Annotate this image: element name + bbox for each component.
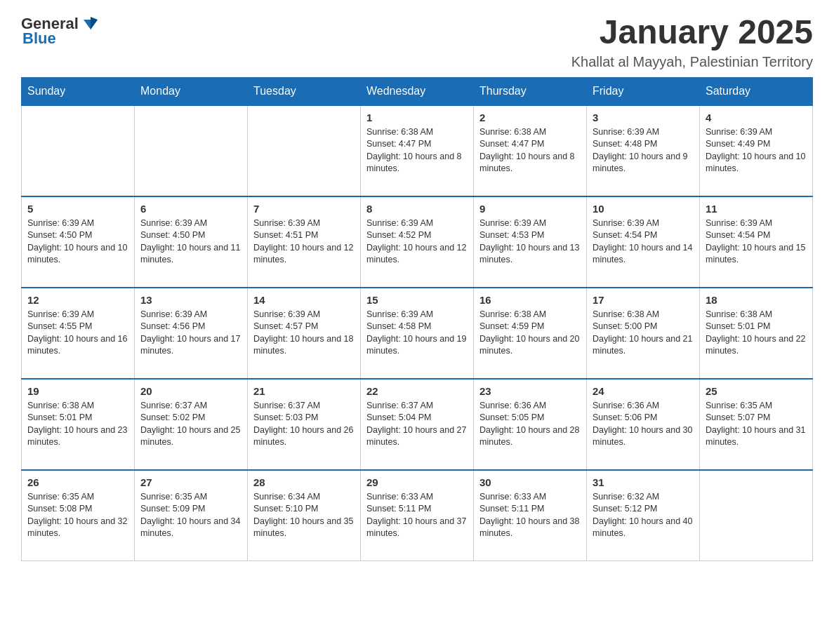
calendar-cell: 2Sunrise: 6:38 AMSunset: 4:47 PMDaylight…: [474, 105, 587, 196]
calendar-cell: 31Sunrise: 6:32 AMSunset: 5:12 PMDayligh…: [587, 470, 700, 561]
day-info: Sunrise: 6:39 AMSunset: 4:50 PMDaylight:…: [140, 217, 241, 267]
calendar-week-2: 12Sunrise: 6:39 AMSunset: 4:55 PMDayligh…: [22, 288, 813, 379]
day-info: Sunrise: 6:32 AMSunset: 5:12 PMDaylight:…: [593, 491, 694, 540]
weekday-header-sunday: Sunday: [22, 77, 135, 105]
day-number: 4: [706, 112, 807, 123]
day-info: Sunrise: 6:39 AMSunset: 4:55 PMDaylight:…: [27, 309, 128, 358]
day-info: Sunrise: 6:35 AMSunset: 5:09 PMDaylight:…: [140, 491, 241, 540]
title-section: January 2025 Khallat al Mayyah, Palestin…: [571, 14, 813, 70]
day-number: 2: [479, 112, 581, 123]
calendar-cell: 27Sunrise: 6:35 AMSunset: 5:09 PMDayligh…: [135, 470, 248, 561]
day-info: Sunrise: 6:38 AMSunset: 4:59 PMDaylight:…: [479, 309, 581, 358]
day-number: 26: [27, 476, 128, 488]
day-number: 20: [140, 385, 241, 397]
calendar-cell: 7Sunrise: 6:39 AMSunset: 4:51 PMDaylight…: [248, 196, 361, 288]
calendar-cell: 22Sunrise: 6:37 AMSunset: 5:04 PMDayligh…: [361, 379, 474, 470]
day-number: 9: [479, 203, 581, 215]
day-info: Sunrise: 6:37 AMSunset: 5:02 PMDaylight:…: [140, 400, 241, 449]
calendar-cell: 20Sunrise: 6:37 AMSunset: 5:02 PMDayligh…: [135, 379, 248, 470]
weekday-header-wednesday: Wednesday: [361, 77, 474, 105]
day-info: Sunrise: 6:37 AMSunset: 5:04 PMDaylight:…: [366, 400, 468, 449]
calendar-week-4: 26Sunrise: 6:35 AMSunset: 5:08 PMDayligh…: [22, 470, 813, 561]
calendar-cell: 24Sunrise: 6:36 AMSunset: 5:06 PMDayligh…: [587, 379, 700, 470]
day-info: Sunrise: 6:36 AMSunset: 5:05 PMDaylight:…: [479, 400, 581, 449]
calendar-cell: 9Sunrise: 6:39 AMSunset: 4:53 PMDaylight…: [474, 196, 587, 288]
svg-marker-1: [91, 17, 98, 29]
day-number: 15: [366, 294, 468, 306]
day-number: 13: [140, 294, 241, 306]
calendar-table: SundayMondayTuesdayWednesdayThursdayFrid…: [21, 77, 813, 562]
day-number: 12: [27, 294, 128, 306]
day-number: 10: [593, 203, 694, 215]
day-info: Sunrise: 6:38 AMSunset: 4:47 PMDaylight:…: [366, 126, 468, 175]
day-info: Sunrise: 6:38 AMSunset: 5:01 PMDaylight:…: [27, 400, 128, 449]
day-number: 5: [27, 203, 128, 215]
day-number: 19: [27, 385, 128, 397]
calendar-cell: 5Sunrise: 6:39 AMSunset: 4:50 PMDaylight…: [22, 196, 135, 288]
calendar-cell: [22, 105, 135, 196]
day-number: 22: [366, 385, 468, 397]
location-subtitle: Khallat al Mayyah, Palestinian Territory: [571, 54, 813, 70]
day-number: 25: [706, 385, 807, 397]
weekday-header-saturday: Saturday: [700, 77, 813, 105]
calendar-cell: [135, 105, 248, 196]
calendar-cell: 11Sunrise: 6:39 AMSunset: 4:54 PMDayligh…: [700, 196, 813, 288]
weekday-header-monday: Monday: [135, 77, 248, 105]
day-info: Sunrise: 6:39 AMSunset: 4:50 PMDaylight:…: [27, 217, 128, 267]
logo-icon: [81, 14, 100, 34]
day-number: 8: [366, 203, 468, 215]
day-number: 16: [479, 294, 581, 306]
day-number: 6: [140, 203, 241, 215]
day-info: Sunrise: 6:39 AMSunset: 4:48 PMDaylight:…: [593, 126, 694, 175]
day-info: Sunrise: 6:39 AMSunset: 4:54 PMDaylight:…: [593, 217, 694, 267]
day-info: Sunrise: 6:35 AMSunset: 5:07 PMDaylight:…: [706, 400, 807, 449]
day-number: 31: [593, 476, 694, 488]
calendar-cell: 8Sunrise: 6:39 AMSunset: 4:52 PMDaylight…: [361, 196, 474, 288]
calendar-week-3: 19Sunrise: 6:38 AMSunset: 5:01 PMDayligh…: [22, 379, 813, 470]
day-number: 7: [253, 203, 355, 215]
day-number: 21: [253, 385, 355, 397]
day-number: 3: [593, 112, 694, 123]
calendar-cell: 13Sunrise: 6:39 AMSunset: 4:56 PMDayligh…: [135, 288, 248, 379]
calendar-cell: 17Sunrise: 6:38 AMSunset: 5:00 PMDayligh…: [587, 288, 700, 379]
day-info: Sunrise: 6:39 AMSunset: 4:53 PMDaylight:…: [479, 217, 581, 267]
calendar-week-0: 1Sunrise: 6:38 AMSunset: 4:47 PMDaylight…: [22, 105, 813, 196]
calendar-cell: 6Sunrise: 6:39 AMSunset: 4:50 PMDaylight…: [135, 196, 248, 288]
day-number: 1: [366, 112, 468, 123]
day-info: Sunrise: 6:39 AMSunset: 4:49 PMDaylight:…: [706, 126, 807, 175]
weekday-header-thursday: Thursday: [474, 77, 587, 105]
day-number: 11: [706, 203, 807, 215]
calendar-cell: [248, 105, 361, 196]
calendar-cell: 12Sunrise: 6:39 AMSunset: 4:55 PMDayligh…: [22, 288, 135, 379]
calendar-week-1: 5Sunrise: 6:39 AMSunset: 4:50 PMDaylight…: [22, 196, 813, 288]
day-number: 30: [479, 476, 581, 488]
calendar-cell: 4Sunrise: 6:39 AMSunset: 4:49 PMDaylight…: [700, 105, 813, 196]
weekday-header-row: SundayMondayTuesdayWednesdayThursdayFrid…: [22, 77, 813, 105]
day-info: Sunrise: 6:35 AMSunset: 5:08 PMDaylight:…: [27, 491, 128, 540]
day-info: Sunrise: 6:34 AMSunset: 5:10 PMDaylight:…: [253, 491, 355, 540]
calendar-cell: 3Sunrise: 6:39 AMSunset: 4:48 PMDaylight…: [587, 105, 700, 196]
day-number: 18: [706, 294, 807, 306]
day-info: Sunrise: 6:33 AMSunset: 5:11 PMDaylight:…: [479, 491, 581, 540]
calendar-cell: 26Sunrise: 6:35 AMSunset: 5:08 PMDayligh…: [22, 470, 135, 561]
calendar-cell: 14Sunrise: 6:39 AMSunset: 4:57 PMDayligh…: [248, 288, 361, 379]
calendar-cell: 25Sunrise: 6:35 AMSunset: 5:07 PMDayligh…: [700, 379, 813, 470]
day-info: Sunrise: 6:39 AMSunset: 4:58 PMDaylight:…: [366, 309, 468, 358]
day-info: Sunrise: 6:38 AMSunset: 5:01 PMDaylight:…: [706, 309, 807, 358]
day-number: 14: [253, 294, 355, 306]
calendar-cell: 16Sunrise: 6:38 AMSunset: 4:59 PMDayligh…: [474, 288, 587, 379]
calendar-cell: [700, 470, 813, 561]
calendar-cell: 23Sunrise: 6:36 AMSunset: 5:05 PMDayligh…: [474, 379, 587, 470]
day-info: Sunrise: 6:39 AMSunset: 4:54 PMDaylight:…: [706, 217, 807, 267]
day-number: 24: [593, 385, 694, 397]
calendar-cell: 30Sunrise: 6:33 AMSunset: 5:11 PMDayligh…: [474, 470, 587, 561]
day-info: Sunrise: 6:36 AMSunset: 5:06 PMDaylight:…: [593, 400, 694, 449]
day-number: 29: [366, 476, 468, 488]
day-info: Sunrise: 6:39 AMSunset: 4:51 PMDaylight:…: [253, 217, 355, 267]
calendar-cell: 10Sunrise: 6:39 AMSunset: 4:54 PMDayligh…: [587, 196, 700, 288]
day-info: Sunrise: 6:38 AMSunset: 5:00 PMDaylight:…: [593, 309, 694, 358]
day-info: Sunrise: 6:39 AMSunset: 4:57 PMDaylight:…: [253, 309, 355, 358]
weekday-header-tuesday: Tuesday: [248, 77, 361, 105]
calendar-cell: 28Sunrise: 6:34 AMSunset: 5:10 PMDayligh…: [248, 470, 361, 561]
logo-blue: Blue: [22, 29, 56, 48]
